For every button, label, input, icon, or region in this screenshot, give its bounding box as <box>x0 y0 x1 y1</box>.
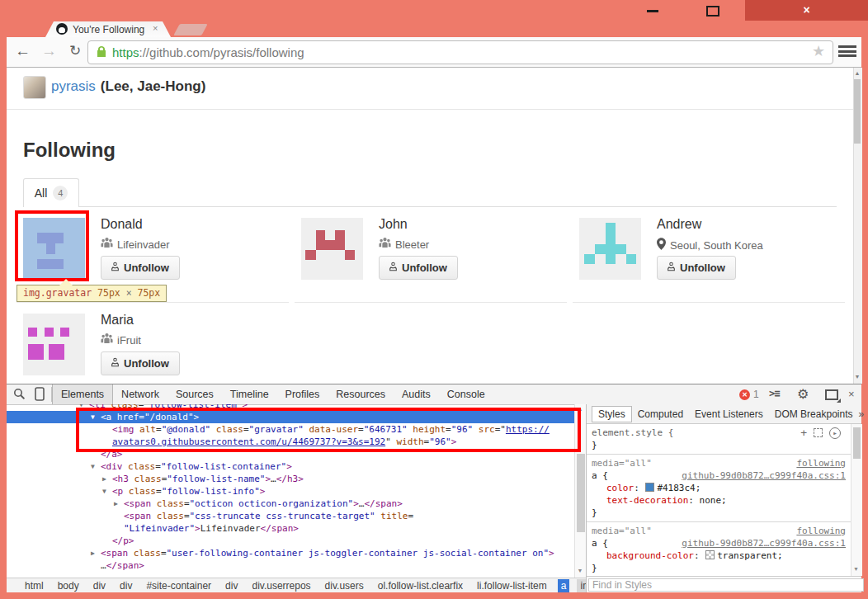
browser-window: × You're Following × ← → ↻ https://githu… <box>0 0 868 599</box>
filter-tab-all[interactable]: All 4 <box>23 178 79 207</box>
error-count[interactable]: 1 <box>753 389 759 400</box>
devtools-tab-resources[interactable]: Resources <box>328 384 394 404</box>
code-segment: = <box>184 498 190 509</box>
unfollow-button[interactable]: Unfollow <box>379 256 458 280</box>
dom-node[interactable]: </p> <box>7 535 574 547</box>
breadcrumb-li-follow-list-item[interactable]: li.follow-list-item <box>474 579 550 592</box>
devtools-tab-network[interactable]: Network <box>113 384 167 404</box>
scroll-up-icon[interactable]: ▲ <box>853 69 861 78</box>
stylesheet-source-link[interactable]: github-99d0b872…c999f40a.css:1 <box>682 537 846 549</box>
user-name[interactable]: Maria <box>101 313 134 328</box>
unfollow-button[interactable]: Unfollow <box>101 256 180 280</box>
user-avatar-identicon[interactable] <box>301 218 363 280</box>
devtools-tab-elements[interactable]: Elements <box>52 384 113 404</box>
bookmark-star-icon[interactable]: ★ <box>812 42 825 60</box>
toggle-element-state-icon[interactable] <box>814 428 823 437</box>
window-maximize-button[interactable] <box>706 6 719 17</box>
dom-node[interactable]: ▶<span class="octicon octicon-organizati… <box>7 498 574 510</box>
animations-icon[interactable]: ▶ <box>829 427 841 439</box>
https-lock-icon <box>97 45 106 58</box>
window-close-button[interactable]: × <box>745 0 868 21</box>
settings-gear-icon[interactable]: ⚙ <box>797 386 809 402</box>
devtools-tab-audits[interactable]: Audits <box>394 384 439 404</box>
scroll-down-icon[interactable]: ▼ <box>574 568 586 573</box>
new-tab-button[interactable] <box>173 24 207 35</box>
rule-selector[interactable]: a { <box>592 537 608 549</box>
tab-close-icon[interactable]: × <box>153 23 158 33</box>
new-style-rule-icon[interactable]: + <box>800 428 807 437</box>
tooltip-width: 75px <box>97 287 120 299</box>
rule-selector[interactable]: element.style { <box>592 427 673 439</box>
dom-node[interactable]: "Lifeinvader">Lifeinvader</span> <box>7 522 574 535</box>
sidebar-scrollbar-thumb[interactable] <box>853 427 861 459</box>
breadcrumb-div[interactable]: div <box>116 579 135 592</box>
unfollow-button[interactable]: Unfollow <box>101 351 180 375</box>
unfollow-button[interactable]: Unfollow <box>657 256 736 280</box>
dom-node[interactable]: ▼<div class="follow-list-container"> <box>7 460 574 473</box>
error-badge-icon[interactable]: ✕ <box>739 389 750 400</box>
dom-node[interactable]: …</span> <box>7 559 574 572</box>
devtools-tab-sources[interactable]: Sources <box>167 384 222 404</box>
twisty-icon[interactable]: ▼ <box>91 460 101 473</box>
twisty-icon[interactable]: ▶ <box>91 547 101 559</box>
forward-icon[interactable]: → <box>41 43 57 59</box>
twisty-icon[interactable]: ▶ <box>102 473 112 485</box>
console-drawer-icon[interactable]: >≡ <box>769 388 779 399</box>
sidebar-tab-computed[interactable]: Computed <box>632 407 689 422</box>
back-icon[interactable]: ← <box>15 43 31 59</box>
rule-selector[interactable]: a { <box>592 469 608 482</box>
breadcrumb-ol-follow-list-clearfix[interactable]: ol.follow-list.clearfix <box>375 579 466 592</box>
scroll-down-icon[interactable]: ▼ <box>853 373 861 381</box>
user-name[interactable]: John <box>379 217 408 232</box>
page-scrollbar-thumb[interactable] <box>854 79 861 144</box>
twisty-icon[interactable]: ▼ <box>102 485 112 498</box>
dom-node[interactable]: <span class="css-truncate css-truncate-t… <box>7 510 574 522</box>
user-name[interactable]: Andrew <box>657 217 701 232</box>
breadcrumb-div-users[interactable]: div.users <box>322 579 367 592</box>
dom-node[interactable]: ▶<span class="user-following-container j… <box>7 547 574 559</box>
user-avatar-identicon[interactable] <box>23 314 85 375</box>
breadcrumb-html[interactable]: html <box>21 579 47 592</box>
devtools-close-icon[interactable]: × <box>848 388 855 400</box>
user-avatar-identicon[interactable] <box>579 218 641 280</box>
sidebar-tab-styles[interactable]: Styles <box>592 406 632 422</box>
stylesheet-link[interactable]: following <box>796 525 846 537</box>
user-name[interactable]: Donald <box>101 217 143 232</box>
twisty-icon[interactable]: ▶ <box>114 498 124 510</box>
sidebar-tab-dom-breakpoints[interactable]: DOM Breakpoints <box>769 407 859 422</box>
css-property[interactable]: text-decoration: none; <box>592 494 846 507</box>
dock-side-icon[interactable] <box>825 389 838 400</box>
breadcrumb--site-container[interactable]: #site-container <box>143 579 215 592</box>
person-icon <box>111 261 119 275</box>
filter-tab-count-badge: 4 <box>53 186 68 200</box>
stylesheet-link[interactable]: following <box>796 457 846 469</box>
browser-menu-icon[interactable] <box>838 45 856 59</box>
color-swatch-icon[interactable] <box>705 550 715 559</box>
css-property[interactable]: color: #4183c4; <box>592 482 846 494</box>
breadcrumb-body[interactable]: body <box>54 579 83 592</box>
elements-scrollbar-thumb[interactable] <box>577 454 585 532</box>
window-minimize-button[interactable] <box>647 10 658 12</box>
url-text[interactable]: https://github.com/pyrasis/following <box>112 45 304 59</box>
dom-node[interactable]: ▼<p class="follow-list-info"> <box>7 485 574 498</box>
profile-username-link[interactable]: pyrasis <box>51 78 96 94</box>
sidebar-tab-event-listeners[interactable]: Event Listeners <box>689 407 769 422</box>
breadcrumb-div-userrepos[interactable]: div.userrepos <box>248 579 314 592</box>
scroll-down-icon[interactable]: ▼ <box>851 566 861 572</box>
color-swatch-icon[interactable] <box>645 483 654 492</box>
find-in-styles-input[interactable] <box>588 578 864 592</box>
breadcrumb-div[interactable]: div <box>222 579 241 592</box>
dom-node[interactable]: ▶<h3 class="follow-list-name">…</h3> <box>7 473 574 485</box>
css-property[interactable]: background-color: transparent; <box>592 549 846 562</box>
device-mode-icon[interactable] <box>35 387 45 401</box>
breadcrumb-a[interactable]: a <box>558 579 570 592</box>
more-tabs-icon[interactable]: » <box>858 408 868 420</box>
devtools-tab-timeline[interactable]: Timeline <box>222 384 277 404</box>
devtools-tab-profiles[interactable]: Profiles <box>277 384 328 404</box>
inspect-element-icon[interactable] <box>13 388 26 400</box>
reload-icon[interactable]: ↻ <box>69 43 81 59</box>
identicon-cell <box>626 254 636 264</box>
stylesheet-source-link[interactable]: github-99d0b872…c999f40a.css:1 <box>682 469 846 482</box>
breadcrumb-div[interactable]: div <box>90 579 109 592</box>
devtools-tab-console[interactable]: Console <box>439 384 493 404</box>
